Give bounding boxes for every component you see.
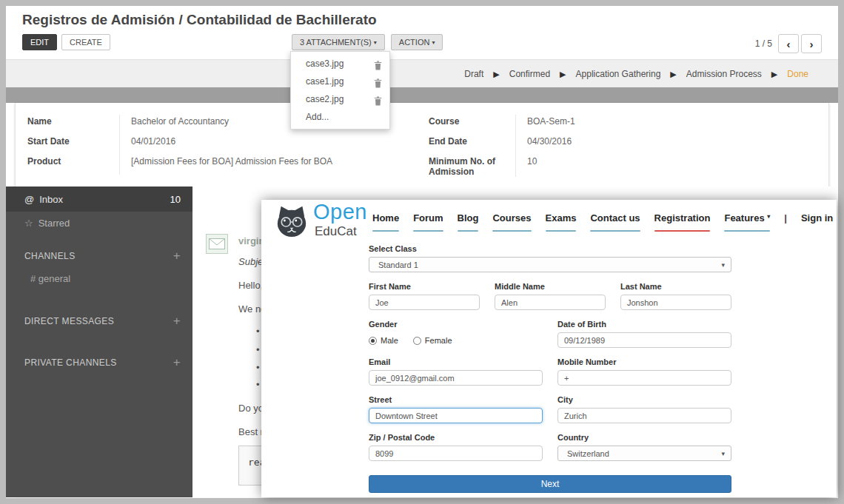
form-right-column: Course BOA-Sem-1 End Date 04/30/2016 Min… <box>429 115 747 177</box>
action-toolbar: 3 ATTACHMENT(S) ▾ ACTION ▾ <box>292 34 443 50</box>
status-step-confirmed[interactable]: Confirmed <box>509 69 550 79</box>
action-dropdown-button[interactable]: ACTION ▾ <box>391 34 443 50</box>
nav-underline <box>372 230 399 232</box>
sidebar-item-inbox[interactable]: @ Inbox 10 <box>6 187 192 212</box>
channels-header-label: CHANNELS <box>24 251 76 261</box>
form-row-minimum-admission: Minimum No. of Admission 10 <box>429 155 747 177</box>
city-label: City <box>557 395 731 404</box>
chevron-down-icon: ▾ <box>432 39 435 46</box>
gender-label: Gender <box>369 320 543 329</box>
email-greeting: Hello, <box>238 280 263 291</box>
date-of-birth-field[interactable] <box>557 332 731 348</box>
middle-name-group: Middle Name <box>495 282 606 310</box>
field-label-start-date: Start Date <box>27 135 120 155</box>
chevron-down-icon: ▾ <box>721 258 725 273</box>
attachment-item[interactable]: case3.jpg <box>291 55 389 73</box>
pager-next-button[interactable]: › <box>801 34 822 53</box>
email-mobile-row: Email Mobile Number <box>369 357 731 386</box>
direct-messages-section-header: DIRECT MESSAGES + <box>6 312 192 330</box>
add-direct-message-button[interactable]: + <box>173 314 181 329</box>
status-step-admission-process[interactable]: Admission Process <box>686 69 762 79</box>
divider-band <box>6 87 838 103</box>
mobile-number-label: Mobile Number <box>557 357 731 366</box>
gender-radio-male[interactable]: Male <box>369 336 398 345</box>
email-question-line: Do yo <box>238 403 264 414</box>
country-value: Switzerland <box>567 449 609 458</box>
street-label: Street <box>369 395 543 404</box>
email-subject: Subje <box>238 256 263 267</box>
nav-item-courses[interactable]: Courses <box>492 212 531 232</box>
edit-button[interactable]: EDIT <box>22 34 57 50</box>
name-fields-row: First Name Middle Name Last Name <box>369 282 731 310</box>
select-class-dropdown[interactable]: Standard 1 ▾ <box>369 257 731 272</box>
spacer <box>6 330 192 340</box>
gender-radio-group: Male Female <box>369 332 543 348</box>
last-name-label: Last Name <box>620 282 731 291</box>
field-value-minimum-admission: 10 <box>516 155 747 177</box>
nav-label: Home <box>372 212 399 224</box>
gender-group: Gender Male Female <box>369 320 543 348</box>
city-field[interactable] <box>557 408 731 423</box>
brand-name-educat[interactable]: EduCat <box>315 224 357 239</box>
country-group: Country Switzerland ▾ <box>557 433 731 461</box>
sidebar-item-starred[interactable]: ☆ Starred <box>6 212 192 234</box>
nav-label: Contact us <box>590 212 640 224</box>
nav-item-home[interactable]: Home <box>372 212 399 232</box>
zip-group: Zip / Postal Code <box>369 433 543 461</box>
mobile-number-field[interactable] <box>557 370 731 386</box>
nav-item-contact-us[interactable]: Contact us <box>590 212 640 232</box>
private-channels-header-label: PRIVATE CHANNELS <box>24 357 117 368</box>
step-arrow-icon: ▶ <box>493 70 499 79</box>
status-step-application-gathering[interactable]: Application Gathering <box>576 69 661 79</box>
nav-item-features[interactable]: Features ▾ <box>724 212 770 232</box>
attachment-add-item[interactable]: Add... <box>291 108 389 126</box>
nav-item-blog[interactable]: Blog <box>458 212 479 232</box>
street-field[interactable] <box>369 408 543 423</box>
nav-item-sign-in[interactable]: Sign in <box>801 212 833 224</box>
email-label: Email <box>369 357 543 366</box>
attachment-file-name: case1.jpg <box>306 76 344 87</box>
add-channel-button[interactable]: + <box>173 249 181 263</box>
at-icon: @ <box>24 194 34 205</box>
screenshot-frame: Registros de Admisión / Contabilidad de … <box>0 0 844 504</box>
field-label-end-date: End Date <box>429 135 516 155</box>
create-button[interactable]: CREATE <box>61 34 110 50</box>
attachments-button-label: 3 ATTACHMENT(S) <box>300 38 372 47</box>
nav-label: Features <box>724 212 764 224</box>
middle-name-label: Middle Name <box>495 282 606 291</box>
chevron-left-icon: ‹ <box>787 38 791 50</box>
status-step-done-active[interactable]: Done <box>787 69 808 79</box>
select-class-value: Standard 1 <box>378 261 418 269</box>
sidebar-item-channel-general[interactable]: # general <box>6 269 192 289</box>
first-name-field[interactable] <box>369 295 480 310</box>
add-private-channel-button[interactable]: + <box>173 355 181 370</box>
attachment-file-name: case2.jpg <box>306 94 344 104</box>
status-step-draft[interactable]: Draft <box>464 69 483 79</box>
private-channels-section-header: PRIVATE CHANNELS + <box>6 354 192 372</box>
page-title: Registros de Admisión / Contabilidad de … <box>22 12 377 28</box>
attachment-item[interactable]: case2.jpg <box>291 90 389 108</box>
pager-previous-button[interactable]: ‹ <box>778 34 799 53</box>
last-name-group: Last Name <box>620 282 731 310</box>
next-button[interactable]: Next <box>369 475 731 493</box>
openeducat-cat-logo-icon[interactable] <box>274 204 309 241</box>
nav-item-registration-active[interactable]: Registration <box>654 212 711 232</box>
country-dropdown[interactable]: Switzerland ▾ <box>557 446 731 461</box>
gender-radio-female[interactable]: Female <box>413 336 452 345</box>
middle-name-field[interactable] <box>495 295 606 310</box>
zip-field[interactable] <box>369 446 543 461</box>
nav-underline <box>724 230 770 232</box>
last-name-field[interactable] <box>620 295 731 310</box>
nav-item-exams[interactable]: Exams <box>546 212 577 232</box>
nav-item-forum[interactable]: Forum <box>413 212 443 232</box>
attachments-dropdown-button[interactable]: 3 ATTACHMENT(S) ▾ <box>292 34 385 50</box>
site-navbar: Home Forum Blog Courses Exams Contact us… <box>372 212 833 232</box>
star-icon: ☆ <box>24 218 33 229</box>
attachment-item[interactable]: case1.jpg <box>291 73 389 90</box>
nav-underline <box>413 230 443 232</box>
brand-name-open[interactable]: Open <box>313 200 367 224</box>
form-row-product: Product [Admission Fees for BOA] Admissi… <box>27 155 416 175</box>
gender-dob-row: Gender Male Female Date of Birth <box>369 320 731 348</box>
email-field[interactable] <box>369 370 543 386</box>
email-closing-line: Best r <box>238 426 264 437</box>
